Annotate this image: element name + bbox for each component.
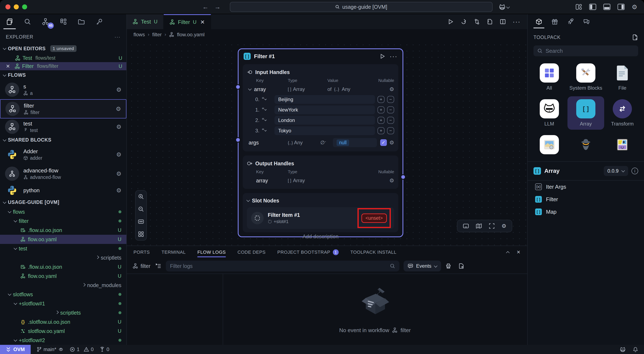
tree-item-flow-yaml2[interactable]: flow.oo.yamlU <box>0 272 126 280</box>
tab-filter[interactable]: Filter U ✕ <box>164 14 211 29</box>
tree-item-flow-ui-json2[interactable]: .flow.ui.oo.jsonU <box>0 262 126 272</box>
output-port-array[interactable] <box>400 174 406 180</box>
gear-icon[interactable]: ⚙ <box>389 86 394 92</box>
minimize-window-button[interactable] <box>14 4 19 10</box>
toggle-sidebar-icon[interactable] <box>589 4 596 10</box>
tree-item-scriptlets2[interactable]: scriptlets <box>0 308 126 317</box>
node-more-icon[interactable]: ··· <box>390 52 398 60</box>
run-node-icon[interactable] <box>380 53 386 59</box>
string-type-icon[interactable]: “ <box>262 127 272 135</box>
gear-icon[interactable]: ⚙ <box>116 187 122 194</box>
info-icon[interactable]: i <box>632 168 638 174</box>
gear-icon[interactable]: ⚙ <box>116 124 122 130</box>
node-filter-1[interactable]: [ ] Filter #1 ··· Input Handles <box>238 48 403 237</box>
flow-canvas[interactable]: [ ] Filter #1 ··· Input Handles <box>127 40 527 246</box>
node-header[interactable]: [ ] Filter #1 ··· <box>238 49 402 64</box>
chat-tab-icon[interactable] <box>582 16 591 27</box>
handle-row-array[interactable]: array [ ]Array of{..}Any ⚙ <box>247 84 394 94</box>
tab-code-deps[interactable]: CODE DEPS <box>238 246 266 258</box>
ports-item[interactable]: 0 <box>100 346 109 352</box>
slot-nodes-header[interactable]: Slot Nodes <box>247 196 394 205</box>
open-editor-test[interactable]: Test flows/test U <box>0 54 126 62</box>
tree-item-scriptlets[interactable]: scriptlets <box>0 253 126 262</box>
tree-item-flows[interactable]: flows <box>0 207 126 216</box>
events-dropdown[interactable]: Events <box>404 260 441 272</box>
split-editor-icon[interactable] <box>500 18 506 25</box>
close-tab-icon[interactable]: ✕ <box>200 19 205 26</box>
minimap-icon[interactable] <box>476 223 482 229</box>
project-section-header[interactable]: USAGE-GUIDE [OVM] <box>0 198 126 207</box>
toolpack-file[interactable]: File <box>604 60 641 94</box>
tree-item-slotflow-ui-json[interactable]: {}.slotflow.ui.oo.jsonU <box>0 317 126 326</box>
toolpack-comic[interactable] <box>604 132 641 157</box>
explorer-more-icon[interactable]: ··· <box>114 34 120 40</box>
gear-icon[interactable]: ⚙ <box>389 140 394 146</box>
version-dropdown[interactable]: 0.0.9 <box>604 166 628 176</box>
close-panel-icon[interactable]: ✕ <box>516 250 520 255</box>
run-icon[interactable] <box>448 18 454 25</box>
flows-activity-icon[interactable]: 45 <box>40 16 51 27</box>
string-type-icon[interactable]: “ <box>262 116 272 124</box>
breadcrumb-file[interactable]: flow.oo.yaml <box>177 32 204 38</box>
breadcrumb-flows[interactable]: flows <box>134 32 145 38</box>
husky-status-icon[interactable] <box>620 346 626 352</box>
flow-selector[interactable]: filter <box>133 263 150 269</box>
toolpack-transform[interactable]: Transform <box>604 96 641 130</box>
bell-icon[interactable] <box>633 346 638 352</box>
canvas-settings-icon[interactable]: ⚙ <box>502 223 506 229</box>
toggle-secondary-sidebar-icon[interactable] <box>618 4 624 10</box>
search-activity-icon[interactable] <box>22 16 33 27</box>
back-icon[interactable]: ← <box>202 3 208 10</box>
zoom-in-icon[interactable] <box>138 194 144 200</box>
gift-tab-icon[interactable] <box>550 16 559 27</box>
toolpack-system-blocks[interactable]: System Blocks <box>568 60 604 94</box>
block-map[interactable]: [ ] Map <box>528 206 644 218</box>
tree-item-flow-yaml[interactable]: flow.oo.yamlU <box>0 235 126 244</box>
add-item-icon[interactable]: + <box>378 96 384 103</box>
tab-flow-logs[interactable]: FLOW LOGS <box>197 246 226 258</box>
settings-gear-icon[interactable]: ⚙ <box>632 3 637 11</box>
maximize-panel-icon[interactable] <box>506 251 510 255</box>
explorer-activity-icon[interactable] <box>4 16 15 27</box>
rocket-tab-icon[interactable] <box>566 16 575 27</box>
gear-icon[interactable]: ⚙ <box>389 178 394 184</box>
forward-icon[interactable]: → <box>214 3 221 10</box>
key-activity-icon[interactable] <box>94 16 105 27</box>
tab-toolpack-install[interactable]: TOOLPACK INSTALL <box>350 246 396 258</box>
array-item-input[interactable]: Tokyo <box>274 126 375 135</box>
tree-item-flow-ui-json[interactable]: .flow.ui.oo.jsonU <box>0 226 126 235</box>
git-branch-item[interactable]: main* <box>36 346 64 352</box>
toolpack-array[interactable]: [ ] Array <box>568 96 604 130</box>
open-editors-header[interactable]: OPEN EDITORS 1 unsaved <box>0 43 126 54</box>
toolpack-all[interactable]: All <box>531 60 568 94</box>
array-item-input[interactable]: Beijing <box>274 95 375 104</box>
add-description[interactable]: Add description <box>238 234 403 240</box>
log-list-icon[interactable] <box>155 263 162 269</box>
tree-item-slotflow2[interactable]: +slotflow#2 <box>0 336 126 345</box>
tab-test[interactable]: Test U <box>127 14 164 29</box>
command-center-search[interactable]: usage-guide [OVM] <box>230 2 492 12</box>
add-item-icon[interactable]: + <box>378 117 384 124</box>
filter-logs-input[interactable]: Filter logs <box>166 260 399 272</box>
folder-activity-icon[interactable] <box>76 16 87 27</box>
unset-badge[interactable]: <unset> <box>362 214 387 223</box>
traffic-lights[interactable] <box>0 4 32 10</box>
shared-block-python[interactable]: python ⚙ <box>0 183 126 198</box>
block-iter-args[interactable]: [x] Iter Args <box>528 180 644 193</box>
compare-icon[interactable] <box>474 18 480 25</box>
tree-item-filter[interactable]: filter <box>0 216 126 226</box>
array-item-input[interactable]: London <box>274 116 375 125</box>
shared-block-advanced-flow[interactable]: advanced-flow advanced-flow ⚙ <box>0 164 126 183</box>
flow-card-filter[interactable]: filter filter ⚙ <box>0 99 126 118</box>
maximize-window-button[interactable] <box>22 4 27 10</box>
string-type-icon[interactable]: “ <box>262 106 272 114</box>
args-input[interactable]: null <box>333 138 377 147</box>
add-item-icon[interactable]: + <box>378 127 384 134</box>
ovm-status-item[interactable]: OVM <box>0 345 31 354</box>
handle-row-args[interactable]: args {..} Any ∅ˇ null ✓ ⚙ <box>247 137 394 148</box>
flow-card-s[interactable]: s a ⚙ <box>0 80 126 99</box>
open-editor-filter[interactable]: ✕ Filter flows/filter U <box>0 62 126 70</box>
array-item-input[interactable]: NewYork <box>274 106 375 114</box>
null-type-icon[interactable]: ∅ˇ <box>320 140 333 146</box>
more-actions-icon[interactable]: ··· <box>512 18 520 26</box>
